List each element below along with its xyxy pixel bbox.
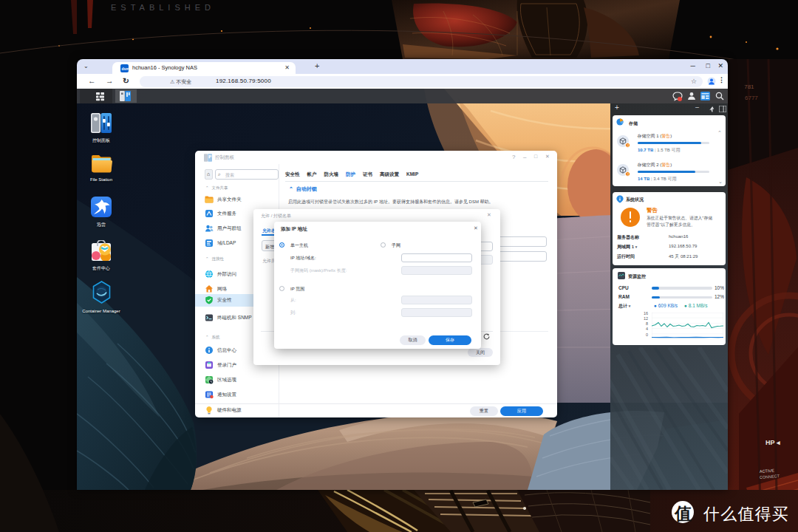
svg-text:ESTABLISHED: ESTABLISHED (111, 3, 215, 12)
svg-text:6777: 6777 (745, 95, 758, 101)
svg-text:HP ◂: HP ◂ (765, 439, 780, 446)
svg-text:781: 781 (743, 83, 754, 90)
